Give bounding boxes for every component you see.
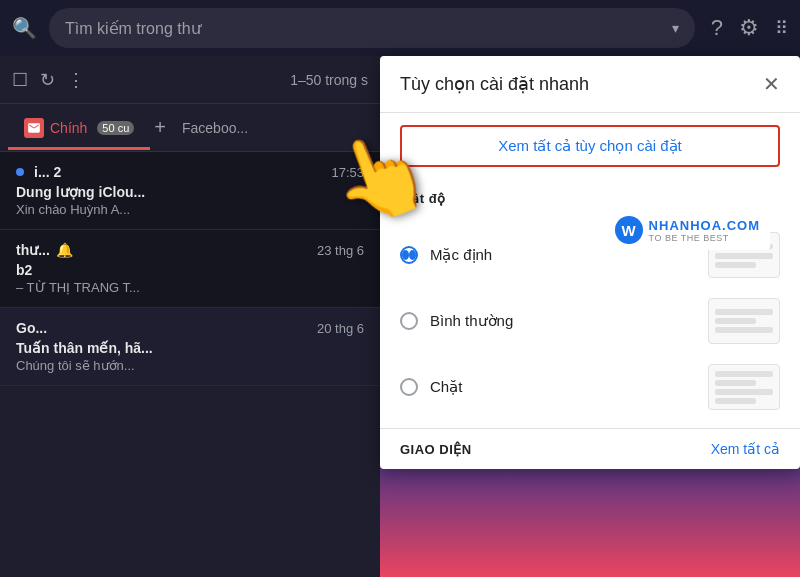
email-item-2[interactable]: thư... 🔔 23 thg 6 b2 – TỪ THỊ TRANG T...	[0, 230, 380, 308]
compact-line-4	[715, 398, 756, 404]
unread-indicator	[16, 168, 24, 176]
radio-default[interactable]	[400, 246, 418, 264]
email-time-2: 23 thg 6	[317, 243, 364, 258]
settings-header: Tùy chọn cài đặt nhanh ✕	[380, 56, 800, 113]
search-bar[interactable]: Tìm kiếm trong thư ▾	[49, 8, 695, 48]
radio-normal[interactable]	[400, 312, 418, 330]
email-toolbar: ☐ ↻ ⋮ 1–50 trong s	[0, 56, 380, 104]
nhanhoa-name: NHANHOA.COM	[649, 218, 760, 233]
compact-line-3	[715, 389, 773, 395]
email-panel: ☐ ↻ ⋮ 1–50 trong s Chính 50 cu + Faceboo…	[0, 56, 380, 577]
density-section-label: Mật độ	[380, 179, 800, 214]
email-list: i... 2 17:53 Dung lượng iClou... Xin chà…	[0, 152, 380, 386]
email-preview-1: Xin chào Huỳnh A...	[16, 202, 364, 217]
settings-footer: GIAO DIỆN Xem tất cả	[380, 428, 800, 469]
nhanhoa-tagline: TO BE THE BEST	[649, 233, 760, 243]
tab-main-label: Chính	[50, 120, 87, 136]
apps-icon[interactable]: ⠿	[775, 17, 788, 39]
view-all-settings-button[interactable]: Xem tất cả tùy chọn cài đặt	[400, 125, 780, 167]
email-preview-2: – TỪ THỊ TRANG T...	[16, 280, 364, 295]
preview-narrow-line	[715, 262, 756, 268]
email-item-1[interactable]: i... 2 17:53 Dung lượng iClou... Xin chà…	[0, 152, 380, 230]
email-sender-3: Go...	[16, 320, 47, 336]
header-icons: ? ⚙ ⠿	[711, 15, 788, 41]
email-subject-1: Dung lượng iClou...	[16, 184, 364, 200]
density-row-compact[interactable]: Chặt	[400, 354, 780, 420]
density-label-compact: Chặt	[430, 378, 696, 396]
preview-full-line	[715, 253, 773, 259]
preview-line-2	[715, 318, 756, 324]
footer-view-all-link[interactable]: Xem tất cả	[711, 441, 780, 457]
preview-line-1	[715, 309, 773, 315]
email-time-1: 17:53	[331, 165, 364, 180]
footer-section-label: GIAO DIỆN	[400, 442, 472, 457]
add-tab-icon[interactable]: +	[154, 116, 166, 139]
inbox-icon	[24, 118, 44, 138]
preview-line-3	[715, 327, 773, 333]
tab-main-badge: 50 cu	[97, 121, 134, 135]
tab-main[interactable]: Chính 50 cu	[8, 106, 150, 150]
search-text: Tìm kiếm trong thư	[65, 19, 664, 38]
tab-bar: Chính 50 cu + Faceboo...	[0, 104, 380, 152]
tab-facebook[interactable]: Faceboo...	[166, 108, 264, 148]
settings-title: Tùy chọn cài đặt nhanh	[400, 73, 589, 95]
nhanhoa-logo-letter: W	[615, 216, 643, 244]
refresh-icon[interactable]: ↻	[40, 69, 55, 91]
help-icon[interactable]: ?	[711, 15, 723, 41]
email-preview-3: Chúng tôi sẽ hướn...	[16, 358, 364, 373]
email-item-3[interactable]: Go... 20 thg 6 Tuấn thân mến, hã... Chún…	[0, 308, 380, 386]
email-time-3: 20 thg 6	[317, 321, 364, 336]
density-row-normal[interactable]: Bình thường	[400, 288, 780, 354]
density-preview-compact	[708, 364, 780, 410]
chevron-down-icon[interactable]: ▾	[672, 20, 679, 36]
snooze-icon: 🔔	[56, 242, 73, 258]
close-button[interactable]: ✕	[763, 72, 780, 96]
email-sender-1: i... 2	[34, 164, 61, 180]
density-preview-normal	[708, 298, 780, 344]
settings-icon[interactable]: ⚙	[739, 15, 759, 41]
compact-line-1	[715, 371, 773, 377]
email-subject-2: b2	[16, 262, 364, 278]
email-subject-3: Tuấn thân mến, hã...	[16, 340, 364, 356]
radio-compact[interactable]	[400, 378, 418, 396]
compact-line-2	[715, 380, 756, 386]
email-count: 1–50 trong s	[290, 72, 368, 88]
email-sender-2: thư...	[16, 242, 50, 258]
search-icon: 🔍	[12, 16, 37, 40]
nhanhoa-text-group: NHANHOA.COM TO BE THE BEST	[649, 218, 760, 243]
header-bar: 🔍 Tìm kiếm trong thư ▾ ? ⚙ ⠿	[0, 0, 800, 56]
density-label-normal: Bình thường	[430, 312, 696, 330]
settings-panel: Tùy chọn cài đặt nhanh ✕ Xem tất cả tùy …	[380, 56, 800, 469]
nhanhoa-watermark: W NHANHOA.COM TO BE THE BEST	[605, 210, 770, 250]
more-options-icon[interactable]: ⋮	[67, 69, 85, 91]
checkbox-icon[interactable]: ☐	[12, 69, 28, 91]
